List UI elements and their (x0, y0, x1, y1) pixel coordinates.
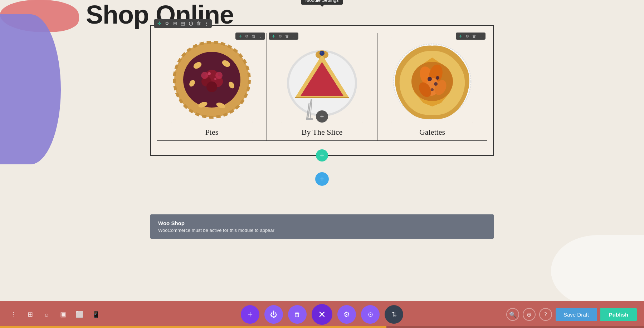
cell-settings-icon-galettes[interactable]: ⚙ (464, 33, 470, 39)
svg-point-11 (214, 78, 216, 80)
pie-image-galettes (391, 37, 473, 123)
bottom-desktop-icon[interactable]: ▣ (57, 308, 69, 321)
settings-button[interactable]: ⚙ (337, 305, 356, 324)
module-more-icon[interactable]: ⋮ (203, 20, 210, 27)
woo-shop-description: WooCommerce must be active for this modu… (158, 228, 486, 233)
svg-point-9 (215, 72, 223, 79)
svg-point-8 (201, 72, 208, 79)
cell-add-icon-pies[interactable]: ✛ (237, 33, 243, 39)
bottom-toolbar: ⋮ ⊞ ⌕ ▣ ⬜ 📱 + ⏻ 🗑 ✕ ⚙ ⊙ ⇅ 🔍 ⊕ ? Save Dra… (0, 301, 644, 328)
cell-delete-icon-galettes[interactable]: 🗑 (471, 33, 477, 39)
module-delete-icon[interactable]: 🗑 (195, 20, 202, 27)
svg-point-7 (206, 81, 217, 92)
svg-point-44 (436, 76, 439, 80)
category-label-pies: Pies (205, 128, 219, 137)
module-toggle-icon[interactable]: ⏻ (187, 20, 194, 27)
woo-shop-title: Woo Shop (158, 220, 486, 226)
cell-toolbar-slice: ✛ ⚙ 🗑 ⋮ (269, 33, 298, 40)
svg-point-31 (321, 52, 322, 54)
delete-button[interactable]: 🗑 (288, 305, 307, 324)
progress-bar (0, 326, 644, 328)
cell-delete-icon-pies[interactable]: 🗑 (251, 33, 257, 39)
bottom-right-tools: 🔍 ⊕ ? Save Draft Publish (506, 308, 637, 321)
cell-delete-icon-slice[interactable]: 🗑 (284, 33, 290, 39)
publish-button[interactable]: Publish (600, 308, 637, 321)
cell-toolbar-galettes: ✛ ⚙ 🗑 ⋮ (456, 33, 486, 40)
woo-shop-notice: Woo Shop WooCommerce must be active for … (150, 214, 494, 239)
module-settings-icon[interactable]: ⚙ (164, 20, 170, 27)
add-item-button-slice[interactable]: + (316, 110, 328, 123)
cell-toolbar-pies: ✛ ⚙ 🗑 ⋮ (235, 33, 265, 40)
layers-icon[interactable]: ⊕ (523, 308, 536, 321)
cell-add-icon-slice[interactable]: ✛ (270, 33, 276, 39)
module-add-icon[interactable]: ✛ (156, 20, 162, 27)
svg-rect-29 (306, 118, 313, 120)
category-cell-galettes: ✛ ⚙ 🗑 ⋮ (377, 33, 487, 141)
add-row-button[interactable]: + (316, 149, 328, 161)
cell-add-icon-galettes[interactable]: ✛ (458, 33, 463, 39)
categories-grid: ✛ ⚙ 🗑 ⋮ (151, 26, 493, 155)
pie-image-pies (171, 37, 253, 123)
cell-settings-icon-slice[interactable]: ⚙ (277, 33, 283, 39)
close-button[interactable]: ✕ (312, 304, 332, 325)
bottom-mobile-icon[interactable]: 📱 (89, 308, 102, 321)
progress-fill (0, 326, 386, 328)
cell-more-icon-pies[interactable]: ⋮ (258, 33, 263, 39)
module-container: ✛ ⚙ ⊞ ▤ ⏻ 🗑 ⋮ Module Settings ✛ ⚙ 🗑 ⋮ (150, 25, 494, 156)
cell-more-icon-slice[interactable]: ⋮ (291, 33, 297, 39)
cell-settings-icon-pies[interactable]: ⚙ (244, 33, 250, 39)
category-cell-pies: ✛ ⚙ 🗑 ⋮ (157, 33, 267, 141)
cell-more-icon-galettes[interactable]: ⋮ (478, 33, 484, 39)
category-cell-slice: ✛ ⚙ 🗑 ⋮ (267, 33, 377, 141)
bottom-grid-icon[interactable]: ⊞ (24, 308, 36, 321)
module-settings-tooltip: Module Settings (301, 0, 343, 5)
category-label-slice: By The Slice (302, 128, 342, 137)
svg-point-43 (431, 88, 434, 91)
search-icon[interactable]: 🔍 (506, 308, 519, 321)
bottom-left-tools: ⋮ ⊞ ⌕ ▣ ⬜ 📱 (7, 308, 102, 321)
add-module-button[interactable]: + (241, 305, 259, 324)
svg-point-30 (319, 51, 325, 56)
main-content: ✛ ⚙ ⊞ ▤ ⏻ 🗑 ⋮ Module Settings ✛ ⚙ 🗑 ⋮ (0, 21, 644, 328)
svg-point-41 (428, 77, 432, 81)
help-icon[interactable]: ? (539, 308, 552, 321)
category-label-galettes: Galettes (419, 128, 445, 137)
power-button[interactable]: ⏻ (264, 305, 283, 324)
module-columns-icon[interactable]: ⊞ (172, 20, 178, 27)
bottom-center-tools: + ⏻ 🗑 ✕ ⚙ ⊙ ⇅ (241, 304, 403, 325)
bottom-more-icon[interactable]: ⋮ (7, 308, 20, 321)
bottom-search-icon[interactable]: ⌕ (40, 308, 53, 321)
add-block-button[interactable]: + (315, 172, 329, 186)
svg-point-42 (434, 82, 438, 86)
svg-point-10 (208, 72, 211, 75)
bottom-tablet-icon[interactable]: ⬜ (73, 308, 86, 321)
save-draft-button[interactable]: Save Draft (556, 308, 597, 321)
module-toolbar: ✛ ⚙ ⊞ ▤ ⏻ 🗑 ⋮ (154, 19, 212, 28)
module-layout-icon[interactable]: ▤ (180, 20, 186, 27)
history-button[interactable]: ⊙ (361, 305, 380, 324)
pie-image-slice (281, 37, 363, 123)
toggle-button[interactable]: ⇅ (385, 305, 403, 324)
